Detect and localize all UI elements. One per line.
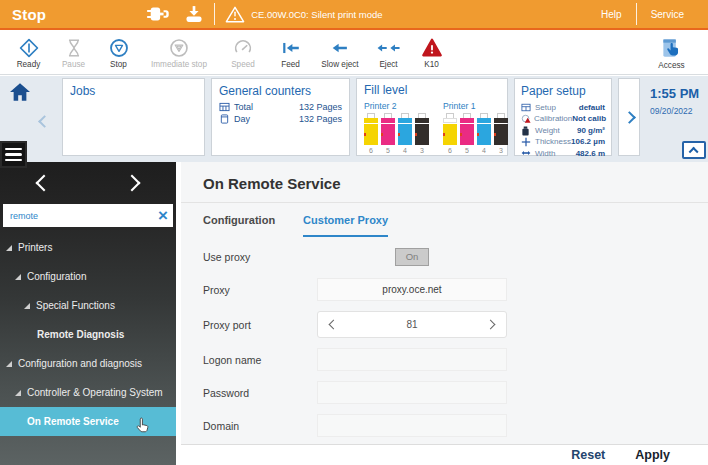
- help-button[interactable]: Help: [587, 9, 636, 20]
- ink-bottle-magenta: [460, 113, 474, 145]
- k10-warning-icon: [420, 37, 444, 59]
- sidebar-item-printers[interactable]: Printers: [0, 233, 176, 262]
- expand-triangle-icon: [6, 245, 12, 251]
- top-status-bar: Stop CE.00W.0C0: Silent print mode Help …: [0, 0, 708, 30]
- logon-name-row: Logon name: [203, 348, 708, 371]
- paper-row-weight: Weight 90 g/m²: [521, 125, 605, 136]
- use-proxy-label: Use proxy: [203, 251, 317, 263]
- calibration-warning-icon: [521, 114, 531, 124]
- ink-bottle-black: [415, 113, 429, 145]
- counter-value: 132 Pages: [299, 114, 342, 124]
- sidebar-item-configuration[interactable]: Configuration: [0, 262, 176, 291]
- speed-button[interactable]: Speed: [217, 33, 269, 73]
- proxy-label: Proxy: [203, 284, 317, 296]
- counter-label: Total: [234, 102, 253, 112]
- service-button[interactable]: Service: [637, 9, 698, 20]
- proxy-port-label: Proxy port: [203, 319, 317, 331]
- alert-message: CE.00W.0C0: Silent print mode: [251, 9, 382, 20]
- eject-button[interactable]: Eject: [368, 33, 409, 73]
- scroll-cards-right-button[interactable]: [618, 78, 640, 156]
- sidebar-item-on-remote-service[interactable]: On Remote Service: [0, 407, 176, 436]
- use-proxy-toggle[interactable]: On: [395, 248, 429, 266]
- password-field[interactable]: [317, 381, 507, 404]
- domain-field[interactable]: [317, 414, 507, 437]
- stop-button[interactable]: Stop: [96, 33, 141, 73]
- scroll-cards-left-chevron[interactable]: [40, 112, 49, 130]
- counter-label: Day: [234, 114, 250, 124]
- general-counters-card[interactable]: General counters Total 132 Pages Day 132…: [211, 78, 350, 156]
- printer-2-fill: Printer 2 6 5 4 3: [364, 101, 429, 154]
- ink-bottle-yellow: [443, 113, 457, 145]
- sidebar-item-controller-operating-system[interactable]: Controller & Operating System: [0, 378, 176, 407]
- printer-1-fill: Printer 1 6 5 4 3: [443, 101, 508, 154]
- paper-row-setup: Setup default: [521, 102, 605, 113]
- chevron-right-icon: [623, 111, 636, 124]
- proxy-field[interactable]: proxy.oce.net: [317, 278, 507, 301]
- pause-button[interactable]: Pause: [51, 33, 96, 73]
- power-plug-icon[interactable]: [146, 5, 170, 23]
- eject-icon: [376, 37, 402, 59]
- paper-row-calibration: Calibration Not calib: [521, 113, 605, 124]
- jobs-card[interactable]: Jobs: [62, 78, 205, 156]
- collapse-dashboard-button[interactable]: [682, 141, 706, 159]
- sidebar-item-remote-diagnosis[interactable]: Remote Diagnosis: [0, 320, 176, 349]
- form-footer: Reset Apply: [181, 444, 708, 465]
- ink-level-numbers: 6 5 4 3: [364, 147, 429, 154]
- topbar-divider: [214, 3, 215, 25]
- decrement-port-button[interactable]: [329, 320, 339, 330]
- apply-button[interactable]: Apply: [635, 448, 670, 462]
- fill-level-card[interactable]: Fill level Printer 2 6 5 4: [356, 78, 508, 156]
- tab-configuration[interactable]: Configuration: [203, 214, 275, 237]
- hamburger-menu-button[interactable]: [0, 141, 27, 168]
- counter-row-total: Total 132 Pages: [219, 102, 342, 112]
- width-icon: [521, 149, 532, 157]
- nav-forward-button[interactable]: [126, 175, 138, 193]
- ink-bottle-cyan: [398, 113, 412, 145]
- settings-search-input[interactable]: [3, 204, 173, 227]
- immediate-stop-button[interactable]: Immediate stop: [141, 33, 217, 73]
- day-counter-icon: [219, 114, 230, 124]
- fill-level-title: Fill level: [364, 83, 500, 97]
- paper-row-width: Width 482.6 m: [521, 148, 605, 159]
- printer-name: Printer 2: [364, 101, 429, 111]
- paper-setup-title: Paper setup: [521, 84, 605, 98]
- access-button[interactable]: Access: [649, 33, 694, 73]
- clear-search-icon[interactable]: ×: [158, 205, 168, 226]
- current-date: 09/20/2022: [650, 106, 708, 116]
- nav-back-button[interactable]: [38, 175, 50, 193]
- expand-triangle-icon: [15, 274, 21, 280]
- increment-port-button[interactable]: [486, 320, 496, 330]
- active-alert[interactable]: CE.00W.0C0: Silent print mode: [225, 5, 382, 24]
- setup-icon: [521, 103, 532, 112]
- counter-row-day: Day 132 Pages: [219, 114, 342, 124]
- download-icon[interactable]: [184, 4, 204, 24]
- dashboard-strip: Jobs General counters Total 132 Pages Da…: [0, 76, 708, 162]
- proxy-port-value[interactable]: 81: [406, 319, 417, 330]
- weight-icon: [521, 126, 532, 136]
- slow-eject-icon: [329, 37, 351, 59]
- sidebar-item-special-functions[interactable]: Special Functions: [0, 291, 176, 320]
- jobs-card-title: Jobs: [70, 84, 197, 98]
- immediate-stop-icon: [168, 37, 190, 59]
- page-title: On Remote Service: [181, 162, 708, 202]
- expand-triangle-icon: [6, 361, 12, 367]
- logon-name-field[interactable]: [317, 348, 507, 371]
- feed-button[interactable]: Feed: [269, 33, 312, 73]
- pause-hourglass-icon: [63, 37, 85, 59]
- ready-button[interactable]: Ready: [6, 33, 51, 73]
- proxy-row: Proxy proxy.oce.net: [203, 278, 708, 301]
- use-proxy-row: Use proxy On: [203, 245, 708, 268]
- k10-warning-button[interactable]: K10: [409, 33, 454, 73]
- home-icon[interactable]: [9, 82, 31, 102]
- paper-row-thickness: Thickness 106.2 µm: [521, 136, 605, 147]
- paper-setup-card[interactable]: Paper setup Setup default Calibration No…: [514, 78, 612, 156]
- main-content: On Remote Service Configuration Customer…: [181, 162, 708, 465]
- slow-eject-button[interactable]: Slow eject: [312, 33, 368, 73]
- chevron-up-icon: [689, 146, 699, 156]
- tab-customer-proxy[interactable]: Customer Proxy: [303, 214, 388, 237]
- ink-bottle-cyan: [477, 113, 491, 145]
- tab-bar: Configuration Customer Proxy: [181, 203, 708, 237]
- sidebar-item-configuration-and-diagnosis[interactable]: Configuration and diagnosis: [0, 349, 176, 378]
- reset-button[interactable]: Reset: [571, 448, 605, 462]
- stop-icon: [108, 37, 130, 59]
